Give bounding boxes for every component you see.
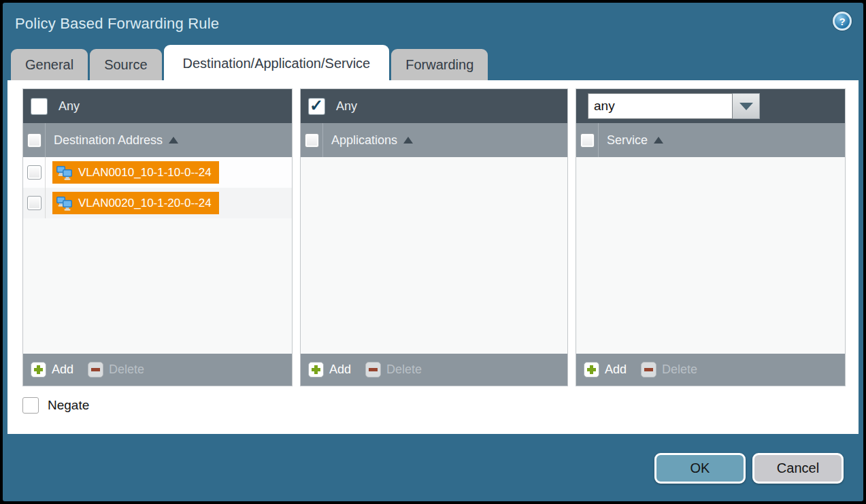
address-item-vlan0010[interactable]: VLAN0010_10-1-10-0--24 xyxy=(52,161,219,184)
service-combo-bar xyxy=(576,89,845,123)
chevron-down-icon xyxy=(739,103,753,110)
destination-select-all-cell xyxy=(23,123,46,157)
service-combo-input[interactable] xyxy=(588,93,733,119)
add-plus-icon xyxy=(584,362,599,377)
service-select-all-checkbox[interactable] xyxy=(580,133,595,148)
negate-checkbox[interactable] xyxy=(22,397,39,414)
tab-bar: General Source Destination/Application/S… xyxy=(3,45,863,80)
applications-select-all-checkbox[interactable] xyxy=(305,133,319,148)
destination-header-label: Destination Address xyxy=(54,133,163,148)
sort-ascending-icon xyxy=(169,137,178,144)
address-item-label: VLAN0020_10-1-20-0--24 xyxy=(78,197,212,210)
tab-general[interactable]: General xyxy=(11,49,88,80)
applications-any-label: Any xyxy=(336,99,357,114)
ok-button[interactable]: OK xyxy=(654,453,746,484)
address-item-label: VLAN0010_10-1-10-0--24 xyxy=(78,166,212,180)
destination-select-all-checkbox[interactable] xyxy=(27,133,41,148)
dialog-titlebar: Policy Based Forwarding Rule ? xyxy=(3,3,863,45)
service-header-label: Service xyxy=(607,133,648,148)
negate-row: Negate xyxy=(22,397,846,414)
add-plus-icon xyxy=(31,362,46,377)
delete-minus-icon xyxy=(641,362,656,377)
applications-any-checkbox[interactable] xyxy=(309,99,324,114)
service-column-header[interactable]: Service xyxy=(576,123,845,157)
destination-delete-button[interactable]: Delete xyxy=(88,362,144,377)
destination-table-footer: Add Delete xyxy=(23,354,292,386)
row-checkbox[interactable] xyxy=(27,165,41,180)
cancel-button[interactable]: Cancel xyxy=(752,453,844,484)
table-row: VLAN0020_10-1-20-0--24 xyxy=(23,188,292,218)
service-combobox xyxy=(588,93,760,119)
service-table-footer: Add Delete xyxy=(576,354,845,386)
destination-address-list: VLAN0010_10-1-10-0--24 xyxy=(23,157,292,354)
tab-content-panel: Any Destination Address xyxy=(7,80,859,434)
address-item-vlan0020[interactable]: VLAN0020_10-1-20-0--24 xyxy=(52,192,219,214)
destination-any-label: Any xyxy=(59,99,80,114)
tab-destination-application-service[interactable]: Destination/Application/Service xyxy=(164,45,390,80)
applications-select-all-cell xyxy=(301,123,323,157)
applications-any-bar: Any xyxy=(301,89,567,123)
help-icon[interactable]: ? xyxy=(833,12,852,31)
row-checkbox-cell xyxy=(23,157,46,188)
sort-ascending-icon xyxy=(654,137,663,144)
applications-list xyxy=(301,157,567,354)
row-checkbox[interactable] xyxy=(27,196,41,210)
network-address-icon xyxy=(56,196,73,211)
add-plus-icon xyxy=(308,362,324,377)
destination-any-checkbox[interactable] xyxy=(31,99,47,114)
network-address-icon xyxy=(56,165,73,180)
destination-any-bar: Any xyxy=(23,89,292,123)
service-list xyxy=(576,157,845,354)
service-table: Service Add Delete xyxy=(576,88,846,386)
row-checkbox-cell xyxy=(23,188,46,218)
applications-header-label: Applications xyxy=(331,133,397,148)
service-add-button[interactable]: Add xyxy=(584,362,627,377)
destination-address-table: Any Destination Address xyxy=(22,88,293,386)
dialog-title: Policy Based Forwarding Rule xyxy=(15,15,219,33)
applications-table-footer: Add Delete xyxy=(301,354,567,386)
applications-table: Any Applications Add xyxy=(300,88,568,386)
applications-add-button[interactable]: Add xyxy=(308,362,351,377)
table-row: VLAN0010_10-1-10-0--24 xyxy=(23,157,292,188)
tab-forwarding[interactable]: Forwarding xyxy=(391,49,488,80)
delete-minus-icon xyxy=(365,362,381,377)
delete-minus-icon xyxy=(88,362,103,377)
applications-delete-button[interactable]: Delete xyxy=(365,362,422,377)
dialog-button-bar: OK Cancel xyxy=(654,453,844,484)
help-glyph: ? xyxy=(839,16,845,27)
policy-forwarding-dialog: Policy Based Forwarding Rule ? General S… xyxy=(0,0,866,504)
applications-column-header[interactable]: Applications xyxy=(301,123,567,157)
service-delete-button[interactable]: Delete xyxy=(641,362,697,377)
sort-ascending-icon xyxy=(403,137,413,144)
service-select-all-cell xyxy=(576,123,599,157)
destination-add-button[interactable]: Add xyxy=(31,362,73,377)
negate-label: Negate xyxy=(48,398,89,413)
destination-address-column-header[interactable]: Destination Address xyxy=(23,123,292,157)
service-combo-dropdown-button[interactable] xyxy=(733,93,760,119)
columns-container: Any Destination Address xyxy=(22,88,846,386)
tab-source[interactable]: Source xyxy=(90,49,161,80)
